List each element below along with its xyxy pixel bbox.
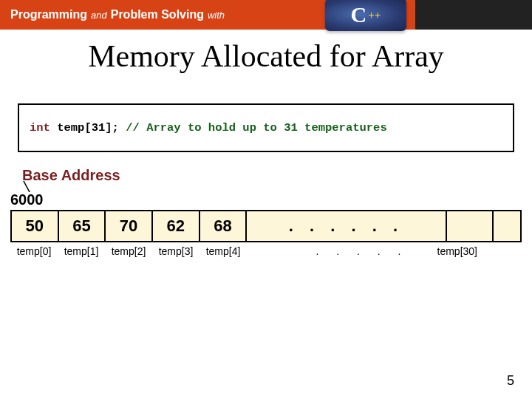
code-declaration-box: int temp[31]; // Array to hold up to 31 …	[18, 103, 514, 152]
array-index-label: temp[2]	[105, 245, 152, 257]
array-cell: 65	[58, 210, 105, 242]
array-index-label-last: temp[30]	[430, 245, 477, 257]
code-keyword: int	[30, 121, 50, 134]
array-cell-last	[492, 210, 522, 242]
code-decl: temp[31];	[50, 121, 119, 134]
header-word-with: with	[208, 10, 225, 21]
array-cell-ellipsis: . . . . . .	[245, 210, 445, 242]
array-index-label: temp[1]	[58, 245, 105, 257]
base-address-label: Base Address	[22, 167, 532, 184]
book-title-text: Programming and Problem Solving with	[10, 8, 225, 21]
header-word-problem-solving: Problem Solving	[111, 8, 204, 21]
page-title: Memory Allocated for Array	[0, 38, 532, 74]
code-comment: // Array to hold up to 31 temperatures	[126, 121, 386, 134]
array-cell: 70	[104, 210, 151, 242]
array-index-label: temp[4]	[200, 245, 247, 257]
array-index-label: temp[0]	[10, 245, 58, 257]
base-address-value: 6000	[10, 191, 532, 208]
cpp-logo-badge: C++	[325, 0, 406, 31]
slide-page-number: 5	[507, 373, 514, 389]
array-cells-row: 50 65 70 62 68 . . . . . .	[10, 210, 522, 242]
array-cell-blank	[446, 210, 493, 242]
array-cell: 68	[199, 210, 246, 242]
header-word-and: and	[91, 10, 107, 21]
array-cell: 62	[151, 210, 199, 242]
cpp-logo-pp: ++	[368, 9, 381, 21]
book-header-bar: Programming and Problem Solving with C++	[0, 0, 532, 30]
array-cell: 50	[10, 210, 58, 242]
array-index-ellipsis: . . . . .	[247, 245, 448, 257]
header-word-programming: Programming	[10, 8, 87, 21]
array-labels-row: temp[0] temp[1] temp[2] temp[3] temp[4] …	[10, 245, 522, 257]
array-index-label: temp[3]	[152, 245, 200, 257]
cpp-logo-c: C	[351, 2, 367, 27]
